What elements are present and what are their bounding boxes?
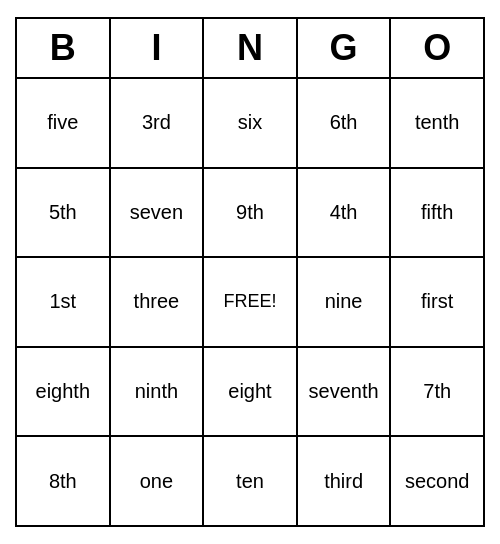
bingo-row: eighthnintheightseventh7th	[17, 348, 483, 438]
bingo-cell: nine	[298, 258, 392, 346]
bingo-cell: ten	[204, 437, 298, 525]
bingo-row: 1stthreeFREE!ninefirst	[17, 258, 483, 348]
bingo-header: BINGO	[17, 19, 483, 79]
header-letter: B	[17, 19, 111, 77]
bingo-cell: ninth	[111, 348, 205, 436]
bingo-cell: seven	[111, 169, 205, 257]
bingo-cell: 5th	[17, 169, 111, 257]
bingo-cell: five	[17, 79, 111, 167]
header-letter: O	[391, 19, 483, 77]
bingo-cell: 4th	[298, 169, 392, 257]
bingo-cell: first	[391, 258, 483, 346]
bingo-cell: six	[204, 79, 298, 167]
bingo-row: five3rdsix6thtenth	[17, 79, 483, 169]
bingo-cell: seventh	[298, 348, 392, 436]
bingo-cell: second	[391, 437, 483, 525]
bingo-cell: fifth	[391, 169, 483, 257]
bingo-cell: tenth	[391, 79, 483, 167]
bingo-body: five3rdsix6thtenth5thseven9th4thfifth1st…	[17, 79, 483, 525]
bingo-cell: third	[298, 437, 392, 525]
bingo-row: 8thonetenthirdsecond	[17, 437, 483, 525]
header-letter: G	[298, 19, 392, 77]
bingo-cell: 3rd	[111, 79, 205, 167]
bingo-cell: 1st	[17, 258, 111, 346]
bingo-cell: 7th	[391, 348, 483, 436]
header-letter: I	[111, 19, 205, 77]
bingo-cell: 6th	[298, 79, 392, 167]
bingo-cell: three	[111, 258, 205, 346]
header-letter: N	[204, 19, 298, 77]
bingo-cell: 9th	[204, 169, 298, 257]
bingo-cell: FREE!	[204, 258, 298, 346]
bingo-cell: eight	[204, 348, 298, 436]
bingo-cell: eighth	[17, 348, 111, 436]
bingo-row: 5thseven9th4thfifth	[17, 169, 483, 259]
bingo-cell: 8th	[17, 437, 111, 525]
bingo-cell: one	[111, 437, 205, 525]
bingo-card: BINGO five3rdsix6thtenth5thseven9th4thfi…	[15, 17, 485, 527]
